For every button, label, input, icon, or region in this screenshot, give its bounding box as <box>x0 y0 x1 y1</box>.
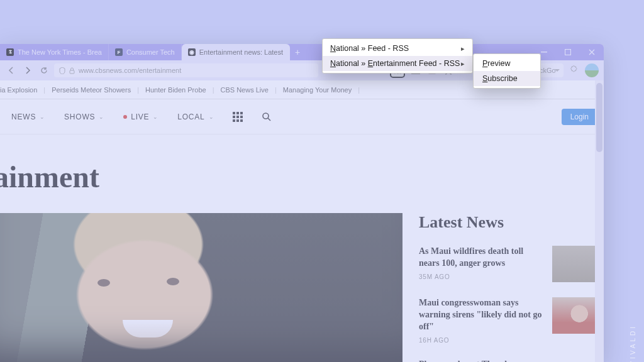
trend-item[interactable]: ia Explosion <box>0 86 37 94</box>
profile-avatar[interactable] <box>585 63 599 77</box>
menu-item-subscribe[interactable]: Subscribe <box>474 71 540 86</box>
nav-label: LIVE <box>131 112 149 121</box>
menu-item-entertainment-feed[interactable]: National » Entertainment Feed - RSS ▸ <box>323 56 472 71</box>
svg-rect-1 <box>565 50 571 55</box>
maximize-button[interactable] <box>556 44 580 60</box>
favicon-nyt: 𝕿 <box>6 48 14 56</box>
svg-point-8 <box>263 113 269 119</box>
magnifier-icon <box>262 112 272 122</box>
plus-icon: + <box>295 47 300 57</box>
grid-icon <box>233 112 243 122</box>
site-primary-nav: NEWS⌄ SHOWS⌄ LIVE⌄ LOCAL⌄ Login <box>0 99 604 134</box>
login-button[interactable]: Login <box>562 109 597 125</box>
brand-watermark: VIVALDI <box>630 324 636 362</box>
trend-item[interactable]: Hunter Biden Probe <box>145 86 206 94</box>
trend-item[interactable]: Managing Your Money <box>283 86 352 94</box>
reload-icon <box>40 67 48 74</box>
close-button[interactable] <box>580 44 604 60</box>
news-headline: As Maui wildfires death toll nears 100, … <box>419 246 545 270</box>
latest-news-sidebar: Latest News As Maui wildfires death toll… <box>419 213 597 362</box>
news-headline: Plane crashes at Thunder <box>419 359 597 362</box>
menu-label: Preview <box>482 59 510 68</box>
reload-button[interactable] <box>38 64 50 77</box>
shield-icon <box>59 67 65 74</box>
nav-local[interactable]: LOCAL⌄ <box>177 112 214 121</box>
apps-grid-button[interactable] <box>233 112 243 122</box>
menu-item-national-feed[interactable]: National » Feed - RSS ▸ <box>323 41 472 56</box>
svg-rect-2 <box>70 70 74 74</box>
trend-item[interactable]: Perseids Meteor Showers <box>52 86 131 94</box>
nav-shows[interactable]: SHOWS⌄ <box>64 112 104 121</box>
menu-label: National » Entertainment Feed - RSS <box>330 59 460 68</box>
live-indicator-icon <box>123 115 127 119</box>
menu-item-preview[interactable]: Preview <box>474 56 540 71</box>
trend-item[interactable]: CBS News Live <box>220 86 268 94</box>
tab-nyt[interactable]: 𝕿 The New York Times - Brea <box>0 44 109 60</box>
menu-label: National » Feed - RSS <box>330 44 409 53</box>
news-thumbnail <box>552 246 597 282</box>
news-item[interactable]: As Maui wildfires death toll nears 100, … <box>419 246 597 282</box>
chevron-down-icon: ⌄ <box>209 114 214 120</box>
back-button[interactable] <box>5 64 18 77</box>
site-search-button[interactable] <box>262 112 272 122</box>
tab-consumer-tech[interactable]: F Consumer Tech <box>109 44 182 60</box>
news-item[interactable]: Plane crashes at Thunder <box>419 359 597 362</box>
scrollbar-thumb[interactable] <box>596 83 602 152</box>
chevron-down-icon: ⌄ <box>99 114 104 120</box>
nav-news[interactable]: NEWS⌄ <box>11 112 45 121</box>
chevron-down-icon: ⌄ <box>153 114 158 120</box>
url-bar[interactable]: www.cbsnews.com/entertainment <box>54 63 318 77</box>
nav-label: SHOWS <box>64 112 95 121</box>
maximize-icon <box>565 49 571 55</box>
lock-icon <box>69 67 75 74</box>
window-controls <box>532 44 604 60</box>
favicon-forbes: F <box>115 48 123 56</box>
nav-live[interactable]: LIVE⌄ <box>123 112 158 121</box>
chevron-left-icon <box>8 67 15 74</box>
news-timestamp: 35M AGO <box>419 273 545 280</box>
extensions-button[interactable] <box>569 65 580 76</box>
tab-label: The New York Times - Brea <box>18 48 102 56</box>
close-icon <box>589 49 595 55</box>
chevron-right-icon <box>24 67 31 74</box>
vertical-scrollbar[interactable] <box>595 80 604 362</box>
news-timestamp: 16H AGO <box>419 337 545 344</box>
news-thumbnail <box>552 297 597 334</box>
tab-entertainment-active[interactable]: ◉ Entertainment news: Latest <box>182 44 290 60</box>
chevron-down-icon: ⌄ <box>40 114 45 120</box>
rss-action-submenu: Preview Subscribe <box>473 53 541 89</box>
minimize-icon <box>541 49 547 55</box>
new-tab-button[interactable]: + <box>290 44 305 60</box>
news-headline: Maui congresswoman says warning sirens "… <box>419 297 545 333</box>
hero-image[interactable] <box>0 213 402 362</box>
section-heading: ainment <box>0 134 604 213</box>
nav-label: LOCAL <box>177 112 204 121</box>
submenu-arrow-icon: ▸ <box>461 60 465 68</box>
menu-label: Subscribe <box>482 74 518 83</box>
svg-rect-0 <box>541 52 547 53</box>
news-item[interactable]: Maui congresswoman says warning sirens "… <box>419 297 597 344</box>
tab-label: Consumer Tech <box>126 48 175 56</box>
puzzle-icon <box>569 65 579 75</box>
url-text: www.cbsnews.com/entertainment <box>79 67 181 74</box>
submenu-arrow-icon: ▸ <box>461 45 465 53</box>
rss-feeds-menu: National » Feed - RSS ▸ National » Enter… <box>322 38 473 74</box>
sidebar-heading: Latest News <box>419 213 597 232</box>
tab-label: Entertainment news: Latest <box>199 48 283 56</box>
browser-window: 𝕿 The New York Times - Brea F Consumer T… <box>0 44 604 362</box>
forward-button[interactable] <box>21 64 34 77</box>
web-page-content: ia Explosion| Perseids Meteor Showers| H… <box>0 80 604 362</box>
favicon-cbs: ◉ <box>188 48 196 56</box>
login-label: Login <box>570 112 589 121</box>
nav-label: NEWS <box>11 112 36 121</box>
